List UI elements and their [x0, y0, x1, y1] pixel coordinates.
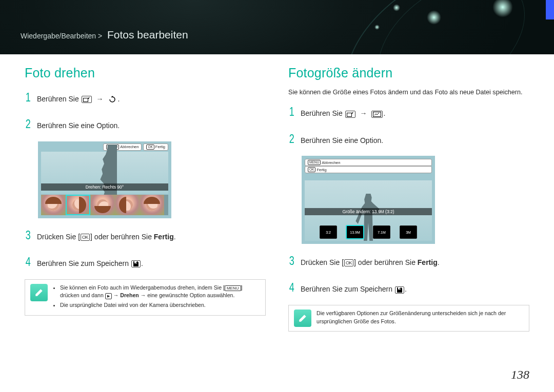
menu-cancel-pill: MENUAbbrechen — [305, 159, 432, 166]
note-item: Die ursprüngliche Datei wird von der Kam… — [60, 301, 260, 310]
menu-icon: MENU — [225, 285, 241, 291]
step-number: 4 — [26, 252, 31, 272]
note-item: Sie können ein Foto auch im Wiedergabemo… — [60, 284, 260, 300]
step-number: 1 — [26, 88, 31, 107]
note-list: Sie können ein Foto auch im Wiedergabemo… — [53, 284, 260, 312]
column-rotate: Foto drehen 1 Berühren Sie → . 2 Berühre… — [25, 66, 266, 392]
breadcrumb-path: Wiedergabe/Bearbeiten > — [21, 32, 102, 40]
thumb-option[interactable] — [90, 195, 115, 215]
svg-rect-2 — [136, 262, 137, 263]
screenshot-resize: MENUAbbrechen OKFertig Größe ändern: 13.… — [302, 156, 435, 244]
page-header: Wiedergabe/Bearbeiten > Fotos bearbeiten — [0, 0, 554, 54]
text: ] oder berühren Sie — [90, 233, 154, 241]
heading-resize: Fotogröße ändern — [288, 66, 529, 80]
text: . — [383, 109, 385, 117]
text: → eine gewünschte Option auswählen. — [139, 292, 235, 298]
rotate-icon — [108, 96, 117, 103]
step-number: 1 — [289, 102, 295, 121]
ok-done-pill: OKFertig — [305, 166, 432, 173]
arrow-icon: → — [96, 95, 104, 103]
column-resize: Fotogröße ändern Sie können die Größe ei… — [288, 66, 529, 392]
size-option[interactable]: 7.1M — [373, 225, 390, 239]
arrow-icon: → — [360, 109, 367, 117]
rotation-thumbnails — [41, 195, 168, 215]
save-icon — [395, 286, 404, 294]
label: Fertig — [155, 145, 165, 149]
step-number: 2 — [26, 114, 31, 134]
step-text: Berühren Sie eine Option. — [37, 120, 120, 131]
page-body: Foto drehen 1 Berühren Sie → . 2 Berühre… — [0, 54, 554, 392]
sparkle-icon — [393, 4, 400, 11]
step-text: Berühren Sie → . — [37, 93, 120, 105]
svg-rect-6 — [400, 288, 401, 289]
page-number: 138 — [511, 368, 529, 382]
size-option-selected[interactable]: 13.9M — [346, 225, 364, 239]
thumb-option[interactable] — [41, 195, 66, 215]
ok-done-pill: OKFertig — [143, 143, 168, 151]
sparkle-icon — [374, 25, 380, 30]
text: . — [438, 258, 440, 266]
note-icon — [30, 284, 48, 301]
steps-resize: 1 Berühren Sie → . 2 Berühren Sie eine O… — [288, 102, 529, 149]
preview-area: Größe ändern: 13.9M (3:2) 3:2 13.9M 7.1M… — [305, 180, 432, 241]
steps-rotate: 1 Berühren Sie → . 2 Berühren Sie eine O… — [25, 88, 266, 134]
resize-icon — [371, 111, 383, 118]
ok-icon: OK — [308, 167, 315, 172]
thumb-option-selected[interactable] — [66, 195, 90, 215]
label: Fertig — [316, 168, 326, 172]
steps-resize-cont: 3 Drücken Sie [OK] oder berühren Sie Fer… — [288, 251, 529, 298]
bold-text: Drehen — [120, 292, 139, 298]
text: → — [112, 292, 120, 298]
play-icon: ▶ — [105, 293, 112, 299]
text: ] oder berühren Sie — [354, 258, 418, 266]
section-tab — [546, 0, 554, 19]
breadcrumb-title: Fotos bearbeiten — [107, 29, 188, 40]
sparkle-icon — [427, 10, 441, 25]
note-box-resize: Die verfügbaren Optionen zur Größenänder… — [288, 305, 529, 332]
step-2: 2 Berühren Sie eine Option. — [25, 114, 266, 134]
step-4: 4 Berühren Sie zum Speichern . — [288, 278, 529, 297]
save-icon — [131, 260, 141, 267]
text: Sie können ein Foto auch im Wiedergabemo… — [60, 284, 225, 291]
step-2: 2 Berühren Sie eine Option. — [288, 129, 529, 149]
step-3: 3 Drücken Sie [OK] oder berühren Sie Fer… — [25, 225, 266, 245]
text: . — [174, 233, 176, 241]
text: Berühren Sie — [301, 109, 343, 117]
label: Abbrechen — [120, 145, 138, 149]
note-icon — [294, 310, 311, 327]
caption: Größe ändern: 13.9M (3:2) — [305, 208, 432, 215]
step-text: Berühren Sie zum Speichern . — [301, 283, 407, 295]
caption: Drehen: Rechts 90° — [41, 183, 168, 191]
step-3: 3 Drücken Sie [OK] oder berühren Sie Fer… — [288, 251, 529, 271]
text: . — [141, 259, 143, 267]
step-number: 4 — [289, 278, 295, 297]
preview-area: Drehen: Rechts 90° — [41, 152, 168, 194]
step-number: 3 — [289, 251, 295, 271]
screenshot-topbar: MENUAbbrechen OKFertig — [305, 159, 432, 173]
size-options: 3:2 13.9M 7.1M 3M — [305, 225, 432, 239]
size-option[interactable]: 3:2 — [320, 225, 337, 239]
thumb-option[interactable] — [115, 195, 140, 215]
step-text: Drücken Sie [OK] oder berühren Sie Ferti… — [301, 257, 440, 268]
step-text: Berühren Sie → . — [301, 108, 385, 119]
step-text: Berühren Sie eine Option. — [301, 135, 383, 146]
note-box-rotate: Sie können ein Foto auch im Wiedergabemo… — [25, 279, 266, 316]
step-number: 3 — [26, 225, 31, 245]
svg-rect-4 — [373, 112, 381, 116]
step-4: 4 Berühren Sie zum Speichern . — [25, 252, 266, 272]
step-text: Drücken Sie [OK] oder berühren Sie Ferti… — [37, 231, 176, 242]
ok-button-icon: OK — [344, 259, 353, 266]
bold-text: Fertig — [154, 233, 174, 241]
svg-rect-0 — [83, 98, 88, 102]
intro-text: Sie können die Größe eines Fotos ändern … — [288, 88, 529, 97]
step-1: 1 Berühren Sie → . — [288, 102, 529, 121]
thumb-option[interactable] — [140, 195, 164, 215]
edit-icon — [82, 96, 92, 103]
text: Berühren Sie — [37, 95, 79, 103]
edit-icon — [345, 111, 355, 118]
note-text: Die verfügbaren Optionen zur Größenänder… — [316, 310, 524, 326]
thumb-more[interactable] — [164, 195, 168, 215]
step-1: 1 Berühren Sie → . — [25, 88, 266, 107]
size-option[interactable]: 3M — [400, 225, 417, 239]
step-number: 2 — [289, 129, 295, 149]
